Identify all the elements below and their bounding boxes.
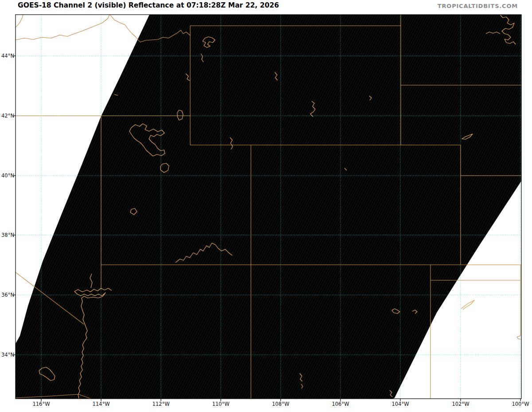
x-tick-label: 100°W — [512, 401, 529, 407]
x-tick-label: 110°W — [212, 401, 229, 407]
x-tick-label: 106°W — [332, 401, 349, 407]
x-tick-label: 112°W — [152, 401, 169, 407]
satellite-map-canvas — [0, 0, 532, 412]
x-tick-label: 104°W — [391, 401, 409, 407]
y-tick-label: 40°N — [0, 173, 14, 179]
y-tick-label: 38°N — [0, 232, 14, 238]
y-tick-label: 36°N — [0, 292, 14, 298]
x-tick-label: 116°W — [32, 401, 50, 407]
x-tick-label: 114°W — [92, 401, 110, 407]
x-tick-label: 108°W — [272, 401, 289, 407]
y-tick-label: 34°N — [0, 352, 14, 358]
y-tick-label: 44°N — [0, 53, 14, 59]
satellite-map-viewer: GOES-18 Channel 2 (visible) Reflectance … — [0, 0, 532, 412]
y-tick-label: 42°N — [0, 113, 14, 119]
x-tick-label: 102°W — [452, 401, 469, 407]
